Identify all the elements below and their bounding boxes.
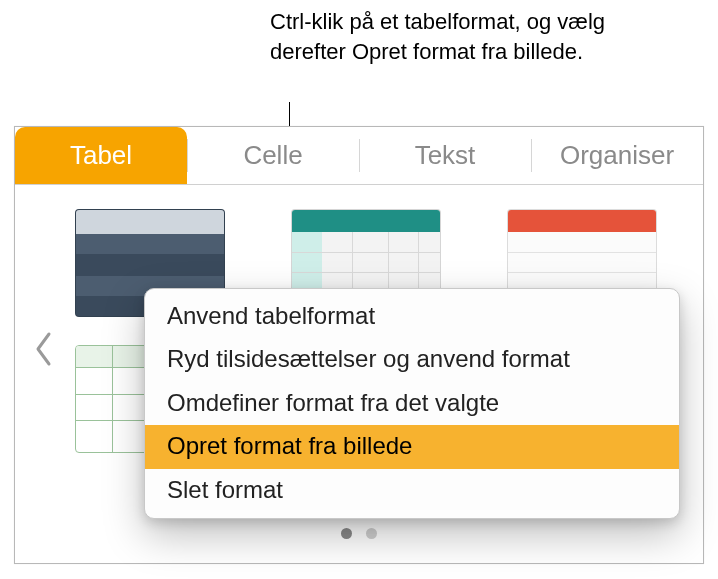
inspector-tabs: Tabel Celle Tekst Organiser: [15, 127, 703, 185]
page-dot[interactable]: [366, 528, 377, 539]
tab-tekst[interactable]: Tekst: [359, 127, 531, 184]
menu-item-clear-overrides[interactable]: Ryd tilsidesættelser og anvend format: [145, 338, 679, 381]
menu-item-create-from-image[interactable]: Opret format fra billede: [145, 425, 679, 468]
instruction-callout: Ctrl-klik på et tabelformat, og vælg der…: [270, 7, 630, 66]
tab-tabel[interactable]: Tabel: [15, 127, 187, 184]
tab-organiser[interactable]: Organiser: [531, 127, 703, 184]
page-dot[interactable]: [341, 528, 352, 539]
menu-item-delete-format[interactable]: Slet format: [145, 469, 679, 512]
menu-item-redefine-format[interactable]: Omdefiner format fra det valgte: [145, 382, 679, 425]
context-menu: Anvend tabelformat Ryd tilsidesættelser …: [144, 288, 680, 519]
tab-celle[interactable]: Celle: [187, 127, 359, 184]
chevron-left-icon[interactable]: [33, 331, 55, 367]
page-indicator: [15, 528, 703, 539]
menu-item-apply-format[interactable]: Anvend tabelformat: [145, 295, 679, 338]
